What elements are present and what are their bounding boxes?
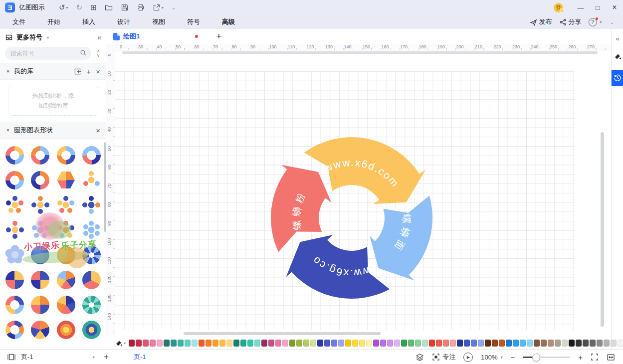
maximize-button[interactable]: □ (589, 0, 606, 15)
save-button[interactable] (121, 3, 129, 11)
symbol-thumbnail[interactable] (57, 271, 75, 289)
menu-item-设计[interactable]: 设计 (117, 17, 130, 26)
zoom-out-button[interactable]: − (510, 353, 515, 362)
color-swatch[interactable] (492, 340, 498, 347)
symbol-thumbnail[interactable] (82, 296, 101, 314)
color-swatch[interactable] (192, 340, 198, 347)
symbol-thumbnail[interactable] (5, 321, 24, 339)
color-swatch[interactable] (604, 340, 610, 347)
symbol-thumbnail[interactable] (57, 246, 75, 264)
symbol-thumbnail[interactable] (82, 246, 101, 264)
toolbar-more-chevron[interactable]: ⌄ (172, 5, 176, 10)
add-library-icon[interactable]: + (86, 68, 91, 75)
symbol-thumbnail[interactable] (5, 296, 24, 314)
search-icon[interactable] (80, 49, 87, 58)
color-swatch[interactable] (443, 340, 449, 347)
color-swatch[interactable] (157, 340, 163, 347)
symbol-thumbnail[interactable] (82, 221, 101, 239)
close-section-icon[interactable]: × (96, 127, 100, 134)
symbol-thumbnail[interactable] (82, 271, 101, 289)
symbol-thumbnail[interactable] (57, 171, 75, 189)
color-swatch[interactable] (485, 340, 491, 347)
search-input[interactable] (5, 47, 91, 60)
color-swatch[interactable] (464, 340, 470, 347)
color-swatch[interactable] (394, 340, 400, 347)
color-swatch[interactable] (206, 340, 211, 347)
color-swatch[interactable] (380, 340, 386, 347)
menu-item-符号[interactable]: 符号 (187, 17, 200, 26)
zoom-in-button[interactable]: + (578, 353, 583, 362)
color-swatch[interactable] (275, 340, 281, 347)
version-history-button[interactable] (612, 70, 623, 86)
panel-title[interactable]: 更多符号 (16, 33, 42, 42)
symbol-thumbnail[interactable] (57, 221, 75, 239)
library-dropzone[interactable]: 拖拽到此处，添 加到我的库 (8, 86, 98, 116)
color-swatch[interactable] (282, 340, 288, 347)
symbol-thumbnail[interactable] (82, 321, 101, 339)
symbol-thumbnail[interactable] (82, 171, 101, 189)
horizontal-scrollbar-top[interactable] (122, 51, 598, 54)
color-swatch[interactable] (345, 340, 351, 347)
symbol-thumbnail[interactable] (5, 221, 24, 239)
login-avatar[interactable]: 登 (554, 3, 563, 12)
color-swatch[interactable] (387, 340, 393, 347)
color-swatch[interactable] (562, 340, 568, 347)
fit-width-icon[interactable] (607, 353, 615, 362)
color-swatch[interactable] (310, 340, 316, 347)
color-swatch[interactable] (324, 340, 330, 347)
menu-item-插入[interactable]: 插入 (82, 17, 95, 26)
color-swatch[interactable] (618, 340, 623, 347)
help-button[interactable]: ? ▾ (589, 18, 602, 26)
add-page-button[interactable]: + (104, 352, 109, 362)
symbol-thumbnail[interactable] (31, 196, 49, 214)
color-swatch[interactable] (233, 340, 239, 347)
pages-panel-icon[interactable] (7, 353, 16, 361)
menu-item-视图[interactable]: 视图 (152, 17, 165, 26)
color-swatch[interactable] (150, 340, 156, 347)
symbol-thumbnail[interactable] (31, 296, 49, 314)
scroll-down-button[interactable]: ∨ (97, 53, 100, 58)
fill-style-button[interactable] (612, 50, 623, 63)
symbol-thumbnail[interactable] (5, 146, 24, 165)
color-swatch[interactable] (422, 340, 428, 347)
publish-button[interactable]: 发布 (530, 17, 552, 26)
symbol-thumbnail[interactable] (82, 146, 101, 165)
color-swatch[interactable] (338, 340, 344, 347)
color-swatch[interactable] (415, 340, 421, 347)
color-swatch[interactable] (254, 340, 260, 347)
symbol-thumbnail[interactable] (5, 271, 24, 289)
import-library-icon[interactable] (74, 68, 81, 75)
menu-item-文件[interactable]: 文件 (12, 17, 25, 26)
symbol-thumbnail[interactable] (5, 196, 24, 214)
symbol-thumbnail[interactable] (57, 196, 75, 214)
color-swatch[interactable] (471, 340, 477, 347)
zoom-level-select[interactable]: 100% ▾ (481, 354, 502, 361)
symbol-thumbnail[interactable] (31, 221, 49, 239)
layers-icon[interactable] (415, 353, 424, 362)
color-swatch[interactable] (171, 340, 177, 347)
collapse-triangle-icon[interactable]: ▼ (6, 128, 10, 133)
color-swatch[interactable] (240, 340, 246, 347)
minimize-button[interactable]: — (572, 0, 589, 15)
symbol-thumbnail[interactable] (82, 196, 101, 214)
color-swatch[interactable] (352, 340, 358, 347)
collapse-triangle-icon[interactable]: ▼ (6, 69, 10, 74)
fullscreen-icon[interactable] (591, 353, 599, 361)
color-swatch[interactable] (611, 340, 617, 347)
horizontal-scrollbar-thumb[interactable] (184, 332, 381, 335)
symbol-thumbnail[interactable] (57, 296, 75, 314)
color-swatch[interactable] (408, 340, 414, 347)
color-swatch[interactable] (429, 340, 435, 347)
color-swatch[interactable] (506, 340, 512, 347)
share-button[interactable]: 分享 (559, 17, 582, 26)
color-swatch[interactable] (541, 340, 547, 347)
color-swatch[interactable] (303, 340, 309, 347)
color-swatch[interactable] (548, 340, 554, 347)
ribbon-collapse-chevron[interactable]: ⌄ (610, 19, 614, 25)
color-swatch[interactable] (136, 340, 142, 347)
symbol-thumbnail[interactable] (5, 171, 24, 189)
color-swatch[interactable] (178, 340, 184, 347)
print-button[interactable] (137, 3, 145, 11)
panel-collapse-button[interactable]: « (97, 33, 101, 41)
color-swatch[interactable] (143, 340, 149, 347)
